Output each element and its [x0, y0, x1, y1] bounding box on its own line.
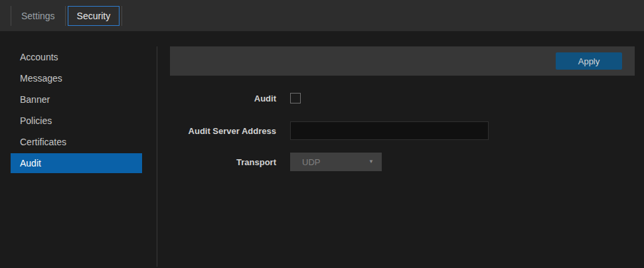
tab-divider — [65, 6, 66, 26]
audit-server-address-input[interactable] — [290, 121, 489, 140]
chevron-down-icon: ▼ — [368, 159, 374, 165]
transport-row: Transport UDP ▼ — [170, 153, 382, 171]
audit-label: Audit — [170, 94, 276, 103]
tab-divider — [121, 6, 122, 26]
sidebar-item-banner[interactable]: Banner — [11, 90, 142, 109]
sidebar-item-policies[interactable]: Policies — [11, 111, 142, 131]
audit-row: Audit — [170, 89, 301, 107]
toolbar: Apply — [170, 46, 635, 76]
sidebar-nav: Accounts Messages Banner Policies Certif… — [0, 31, 157, 268]
audit-checkbox[interactable] — [290, 93, 301, 103]
sidebar-item-accounts[interactable]: Accounts — [11, 47, 142, 67]
transport-label: Transport — [170, 157, 276, 167]
sidebar-content-divider — [157, 46, 157, 267]
tab-security[interactable]: Security — [68, 6, 120, 26]
sidebar-item-audit[interactable]: Audit — [11, 153, 142, 173]
top-tab-bar: Settings Security — [0, 0, 644, 31]
sidebar-item-messages[interactable]: Messages — [11, 68, 142, 88]
tab-settings[interactable]: Settings — [11, 6, 65, 26]
security-settings-screen: Settings Security Accounts Messages Bann… — [0, 0, 644, 268]
audit-server-address-label: Audit Server Address — [170, 126, 276, 136]
apply-button[interactable]: Apply — [556, 52, 622, 70]
transport-selected-value: UDP — [302, 157, 320, 167]
audit-server-address-row: Audit Server Address — [170, 121, 489, 140]
transport-select[interactable]: UDP ▼ — [290, 153, 382, 171]
sidebar-item-certificates[interactable]: Certificates — [11, 132, 142, 152]
